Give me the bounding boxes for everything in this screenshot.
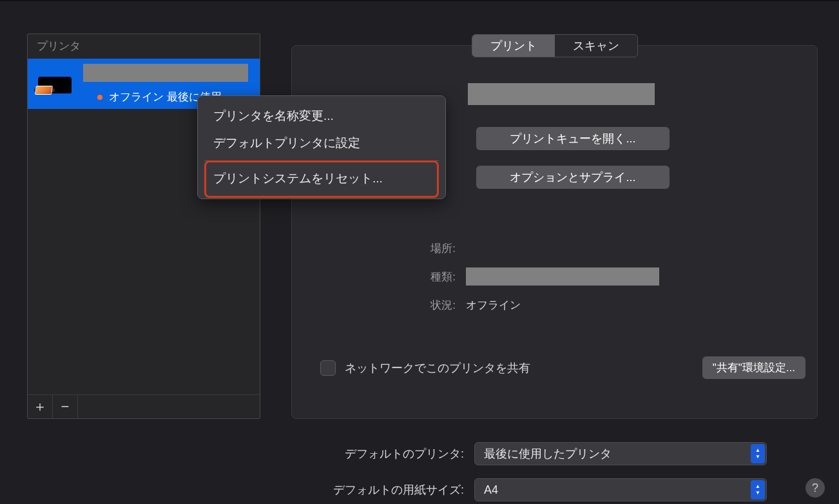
default-printer-select[interactable]: 最後に使用したプリンタ ▲▼ — [474, 442, 767, 465]
printer-title-redacted — [468, 83, 655, 105]
printer-list-footer: ＋ − — [28, 394, 260, 418]
remove-printer-button[interactable]: − — [53, 395, 78, 418]
options-supplies-button[interactable]: オプションとサプライ... — [476, 166, 670, 189]
printer-icon — [35, 70, 74, 96]
status-label: 状況: — [292, 298, 466, 313]
menu-rename-printer[interactable]: プリンタを名称変更... — [198, 102, 445, 130]
default-printer-row: デフォルトのプリンタ: 最後に使用したプリンタ ▲▼ — [0, 442, 839, 465]
chevron-up-down-icon: ▲▼ — [751, 480, 765, 499]
default-printer-value: 最後に使用したプリンタ — [484, 446, 612, 461]
printer-list-panel: プリンタ オフライン 最後に使用 ＋ − — [27, 34, 260, 419]
help-button[interactable]: ? — [805, 478, 825, 498]
paper-size-select[interactable]: A4 ▲▼ — [474, 478, 767, 501]
tab-print[interactable]: プリント — [472, 35, 555, 57]
paper-size-row: デフォルトの用紙サイズ: A4 ▲▼ — [0, 478, 839, 501]
printer-info: 場所: 種類: 状況: オフライン — [292, 234, 817, 319]
share-printer-label: ネットワークでこのプリンタを共有 — [345, 360, 530, 376]
printer-name-redacted — [83, 64, 248, 82]
share-printer-checkbox[interactable] — [320, 360, 336, 376]
location-label: 場所: — [292, 241, 466, 256]
printer-context-menu: プリンタを名称変更... デフォルトプリンタに設定 プリントシステムをリセット.… — [197, 95, 446, 199]
add-printer-button[interactable]: ＋ — [28, 395, 53, 418]
type-value-redacted — [466, 267, 659, 286]
type-label: 種類: — [292, 269, 466, 284]
open-print-queue-button[interactable]: プリントキューを開く... — [476, 127, 670, 150]
status-value: オフライン — [466, 298, 521, 313]
print-scan-tabs: プリント スキャン — [472, 34, 638, 57]
default-printer-label: デフォルトのプリンタ: — [0, 446, 474, 461]
chevron-up-down-icon: ▲▼ — [751, 444, 765, 463]
menu-separator — [204, 160, 439, 161]
printer-list-header: プリンタ — [28, 34, 260, 59]
menu-reset-print-system[interactable]: プリントシステムをリセット... — [198, 165, 445, 192]
status-dot-icon — [97, 95, 102, 100]
paper-size-label: デフォルトの用紙サイズ: — [0, 482, 474, 498]
sharing-preferences-button[interactable]: "共有"環境設定... — [702, 356, 805, 379]
menu-set-default-printer[interactable]: デフォルトプリンタに設定 — [198, 130, 445, 157]
tab-scan[interactable]: スキャン — [555, 35, 637, 57]
share-printer-row: ネットワークでこのプリンタを共有 "共有"環境設定... — [320, 356, 805, 379]
paper-size-value: A4 — [484, 483, 498, 497]
